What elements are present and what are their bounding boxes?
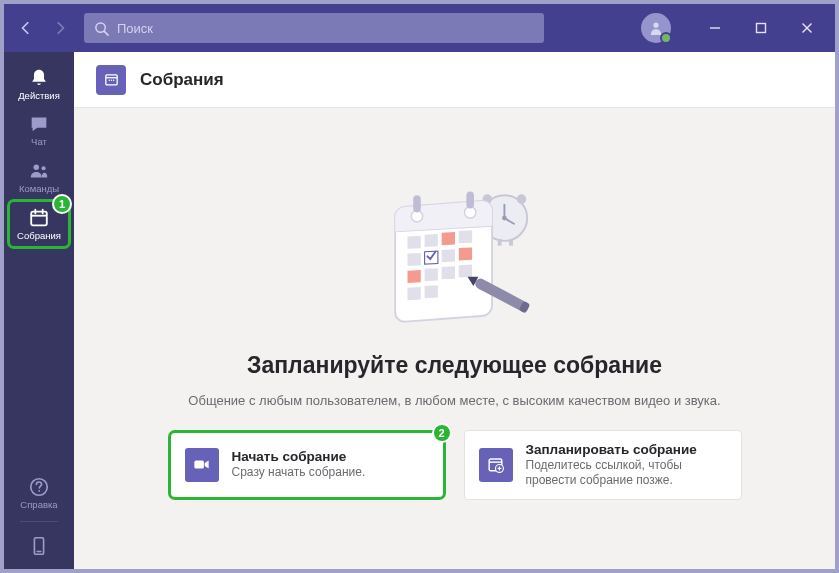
- teams-icon: [28, 160, 50, 182]
- action-cards: 2 Начать собрание Сразу начать собрание.: [168, 430, 742, 500]
- rail-label: Действия: [18, 91, 60, 101]
- svg-rect-36: [441, 232, 454, 245]
- rail-teams[interactable]: Команды: [8, 153, 70, 199]
- card-subtitle: Сразу начать собрание.: [232, 465, 366, 480]
- svg-rect-40: [441, 249, 454, 262]
- title-bar: [4, 4, 835, 52]
- svg-rect-9: [31, 212, 47, 226]
- calendar-icon: [28, 207, 50, 229]
- svg-point-27: [516, 194, 526, 204]
- svg-point-14: [38, 490, 40, 492]
- app-rail: Действия Чат Команды 1 Собрания Справка: [4, 52, 74, 569]
- calendar-icon: [103, 71, 120, 88]
- meetings-header-icon: [96, 65, 126, 95]
- svg-point-20: [110, 80, 111, 81]
- maximize-button[interactable]: [741, 12, 781, 44]
- rail-label: Собрания: [17, 231, 61, 241]
- svg-rect-28: [497, 239, 501, 246]
- card-title: Запланировать собрание: [526, 442, 727, 457]
- meet-now-card[interactable]: 2 Начать собрание Сразу начать собрание.: [168, 430, 446, 500]
- rail-divider: [20, 521, 58, 522]
- svg-line-1: [104, 31, 108, 35]
- annotation-badge-1: 1: [52, 194, 72, 214]
- svg-rect-37: [458, 230, 471, 243]
- rail-label: Справка: [20, 500, 57, 510]
- svg-point-2: [653, 23, 658, 28]
- calendar-plus-icon: [479, 448, 513, 482]
- svg-rect-47: [424, 285, 437, 298]
- presence-dot: [660, 32, 672, 44]
- svg-rect-46: [407, 287, 420, 300]
- svg-rect-29: [509, 239, 513, 246]
- rail-help[interactable]: Справка: [8, 469, 70, 515]
- svg-rect-45: [458, 264, 471, 277]
- schedule-meeting-card[interactable]: Запланировать собрание Поделитесь ссылко…: [464, 430, 742, 500]
- search-icon: [94, 21, 109, 36]
- minimize-button[interactable]: [695, 12, 735, 44]
- page-title: Собрания: [140, 70, 224, 90]
- close-icon: [801, 22, 813, 34]
- help-icon: [28, 476, 50, 498]
- chat-icon: [28, 113, 50, 135]
- bell-icon: [28, 67, 50, 89]
- main-heading: Запланируйте следующее собрание: [247, 352, 662, 379]
- content-pane: Собрания: [74, 52, 835, 569]
- svg-rect-44: [441, 266, 454, 279]
- rail-label: Команды: [19, 184, 59, 194]
- svg-rect-42: [407, 270, 420, 283]
- rail-activity[interactable]: Действия: [8, 60, 70, 106]
- rail-mobile[interactable]: [8, 528, 70, 569]
- svg-rect-33: [466, 191, 474, 208]
- card-title: Начать собрание: [232, 449, 366, 464]
- search-bar[interactable]: [84, 13, 544, 43]
- search-input[interactable]: [117, 21, 534, 36]
- profile-avatar[interactable]: [641, 13, 671, 43]
- chevron-right-icon: [53, 21, 67, 35]
- svg-point-19: [108, 80, 109, 81]
- rail-meetings[interactable]: 1 Собрания: [7, 199, 71, 248]
- svg-rect-50: [194, 461, 204, 469]
- svg-rect-35: [424, 233, 437, 246]
- app-window: Действия Чат Команды 1 Собрания Справка: [0, 0, 839, 573]
- mobile-icon: [28, 535, 50, 557]
- svg-rect-39: [458, 247, 471, 260]
- minimize-icon: [709, 22, 721, 34]
- back-button[interactable]: [12, 14, 40, 42]
- main-area: Запланируйте следующее собрание Общение …: [74, 108, 835, 569]
- meeting-illustration: [360, 178, 550, 338]
- svg-rect-32: [413, 195, 421, 212]
- card-subtitle: Поделитесь ссылкой, чтобы провести собра…: [526, 458, 727, 488]
- svg-point-8: [41, 166, 45, 170]
- video-icon: [185, 448, 219, 482]
- maximize-icon: [755, 22, 767, 34]
- annotation-badge-2: 2: [432, 423, 452, 443]
- svg-rect-34: [407, 235, 420, 248]
- rail-chat[interactable]: Чат: [8, 106, 70, 152]
- svg-rect-4: [757, 24, 766, 33]
- content-header: Собрания: [74, 52, 835, 108]
- close-button[interactable]: [787, 12, 827, 44]
- main-subheading: Общение с любым пользователем, в любом м…: [188, 393, 720, 408]
- svg-point-21: [112, 80, 113, 81]
- forward-button[interactable]: [46, 14, 74, 42]
- rail-label: Чат: [31, 137, 47, 147]
- svg-rect-43: [424, 268, 437, 281]
- svg-point-7: [34, 164, 40, 170]
- chevron-left-icon: [19, 21, 33, 35]
- svg-rect-38: [407, 252, 420, 265]
